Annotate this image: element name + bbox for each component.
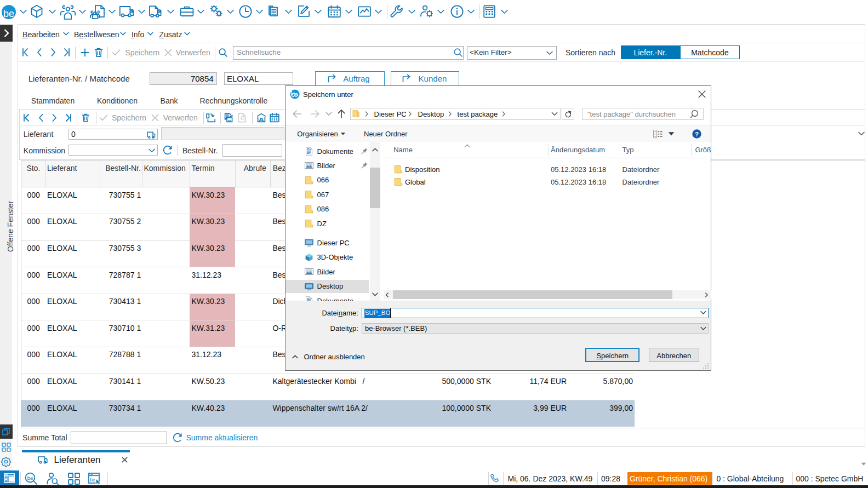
svg-text:be: be	[27, 475, 33, 481]
svg-text:be: be	[90, 477, 95, 483]
svg-text:be: be	[3, 8, 14, 19]
svg-text:?: ?	[695, 131, 699, 137]
